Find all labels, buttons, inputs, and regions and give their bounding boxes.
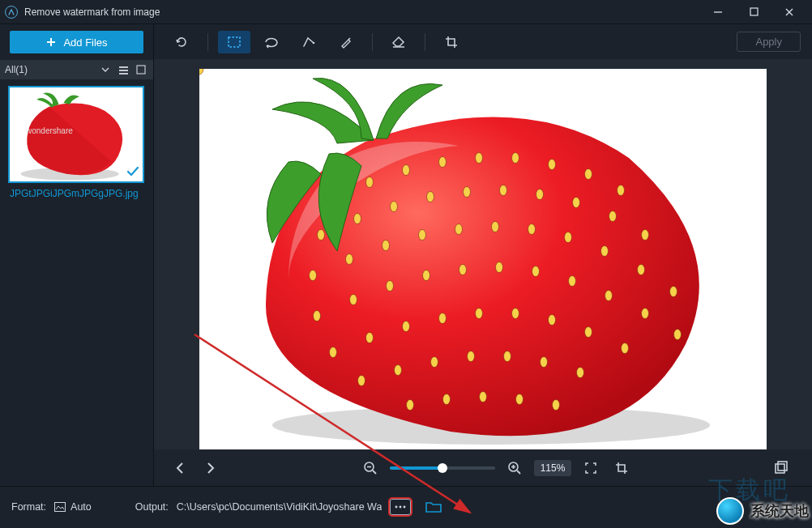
crop-tool[interactable] bbox=[435, 31, 468, 53]
svg-point-30 bbox=[391, 202, 398, 212]
watermark-overlay: wondershare bbox=[15, 126, 73, 135]
svg-line-84 bbox=[373, 471, 376, 474]
actual-size-icon bbox=[614, 461, 629, 475]
close-button[interactable] bbox=[771, 0, 807, 24]
svg-point-73 bbox=[504, 351, 511, 362]
brush-tool[interactable] bbox=[330, 31, 362, 53]
canvas[interactable] bbox=[154, 59, 812, 449]
zoom-out-button[interactable] bbox=[359, 457, 382, 479]
apply-button[interactable]: Apply bbox=[737, 32, 801, 52]
minimize-icon bbox=[713, 7, 723, 17]
actual-size-button[interactable] bbox=[610, 457, 633, 479]
zoom-in-icon bbox=[507, 461, 522, 475]
svg-point-74 bbox=[541, 357, 548, 368]
filter-select[interactable]: All(1) bbox=[5, 64, 113, 75]
add-files-button[interactable]: Add Files bbox=[10, 31, 143, 53]
chevron-right-icon bbox=[206, 462, 216, 475]
list-view-toggle[interactable] bbox=[116, 62, 130, 77]
thumbnail-list: wondershare JPGtJPGiJPGmJPGgJPG.jpg bbox=[0, 79, 153, 486]
prev-image-button[interactable] bbox=[169, 457, 191, 479]
open-output-folder-button[interactable] bbox=[425, 500, 442, 513]
output-label: Output: bbox=[135, 501, 169, 513]
zoom-in-button[interactable] bbox=[503, 457, 526, 479]
svg-point-64 bbox=[476, 309, 483, 319]
svg-point-47 bbox=[638, 265, 645, 275]
polygon-icon bbox=[301, 35, 316, 49]
svg-rect-5 bbox=[47, 41, 55, 43]
select-rect-icon bbox=[227, 35, 241, 49]
polygon-tool[interactable] bbox=[293, 31, 325, 53]
format-value-display[interactable]: Auto bbox=[54, 501, 92, 513]
zoom-slider[interactable] bbox=[390, 466, 495, 470]
apply-label: Apply bbox=[755, 36, 782, 48]
list-icon bbox=[118, 65, 129, 75]
next-image-button[interactable] bbox=[199, 457, 222, 479]
svg-rect-90 bbox=[778, 462, 787, 471]
svg-point-39 bbox=[346, 254, 353, 265]
thumbnail-item[interactable]: wondershare JPGtJPGiJPGmJPGgJPG.jpg bbox=[8, 86, 144, 199]
svg-point-27 bbox=[618, 185, 625, 196]
svg-point-60 bbox=[330, 347, 337, 358]
svg-point-28 bbox=[318, 230, 325, 241]
svg-point-20 bbox=[366, 177, 374, 188]
svg-point-51 bbox=[387, 281, 394, 292]
select-rect-tool[interactable] bbox=[218, 31, 250, 53]
svg-rect-89 bbox=[776, 464, 784, 473]
svg-point-66 bbox=[549, 315, 556, 326]
svg-point-42 bbox=[455, 224, 463, 235]
svg-point-40 bbox=[382, 241, 390, 251]
svg-point-31 bbox=[427, 192, 434, 202]
ellipsis-icon bbox=[395, 505, 406, 509]
thumbnail-filename: JPGtJPGiJPGmJPGgJPG.jpg bbox=[8, 183, 144, 199]
maximize-button[interactable] bbox=[736, 0, 771, 24]
titlebar: Remove watermark from image bbox=[0, 0, 812, 24]
lasso-tool[interactable] bbox=[255, 31, 288, 53]
svg-point-53 bbox=[459, 265, 467, 275]
toolbar-divider bbox=[207, 33, 208, 51]
svg-point-67 bbox=[585, 327, 592, 338]
svg-point-93 bbox=[400, 505, 402, 508]
site-name: 系统天地 bbox=[750, 501, 809, 521]
svg-point-75 bbox=[577, 368, 584, 378]
svg-point-72 bbox=[468, 351, 475, 362]
toolbar-divider bbox=[372, 33, 373, 51]
plus-icon bbox=[45, 36, 57, 48]
eraser-tool[interactable] bbox=[382, 31, 415, 53]
svg-point-46 bbox=[601, 246, 609, 257]
grid-view-toggle[interactable] bbox=[134, 62, 148, 77]
zoom-out-icon bbox=[363, 461, 378, 475]
svg-point-48 bbox=[670, 287, 677, 297]
svg-point-52 bbox=[423, 270, 430, 281]
svg-rect-8 bbox=[119, 73, 128, 75]
svg-point-26 bbox=[585, 169, 592, 180]
svg-point-34 bbox=[536, 189, 544, 200]
reset-tool[interactable] bbox=[165, 31, 198, 53]
svg-point-71 bbox=[431, 357, 438, 368]
svg-point-37 bbox=[642, 230, 649, 241]
reset-icon bbox=[174, 35, 189, 49]
maximize-icon bbox=[750, 7, 759, 16]
svg-point-55 bbox=[532, 266, 540, 277]
folder-icon bbox=[425, 500, 442, 513]
svg-point-58 bbox=[642, 309, 649, 319]
svg-point-22 bbox=[439, 157, 447, 168]
svg-point-33 bbox=[500, 185, 507, 196]
window-title: Remove watermark from image bbox=[24, 6, 160, 18]
toolbar-divider bbox=[425, 33, 425, 51]
sidebar: Add Files All(1) bbox=[0, 24, 154, 486]
svg-point-77 bbox=[443, 394, 451, 405]
site-logo-icon bbox=[716, 497, 744, 525]
svg-rect-9 bbox=[137, 66, 145, 74]
svg-point-94 bbox=[404, 505, 406, 508]
controls-bar: 115% bbox=[154, 449, 812, 486]
browse-output-button[interactable] bbox=[390, 499, 411, 515]
minimize-button[interactable] bbox=[700, 0, 736, 24]
filter-bar: All(1) bbox=[0, 60, 153, 79]
svg-point-68 bbox=[622, 343, 629, 354]
svg-point-41 bbox=[419, 230, 426, 241]
compare-button[interactable] bbox=[770, 457, 793, 479]
svg-point-61 bbox=[366, 333, 374, 343]
fit-screen-button[interactable] bbox=[579, 457, 602, 479]
zoom-value: 115% bbox=[534, 460, 572, 476]
svg-point-21 bbox=[403, 165, 410, 176]
